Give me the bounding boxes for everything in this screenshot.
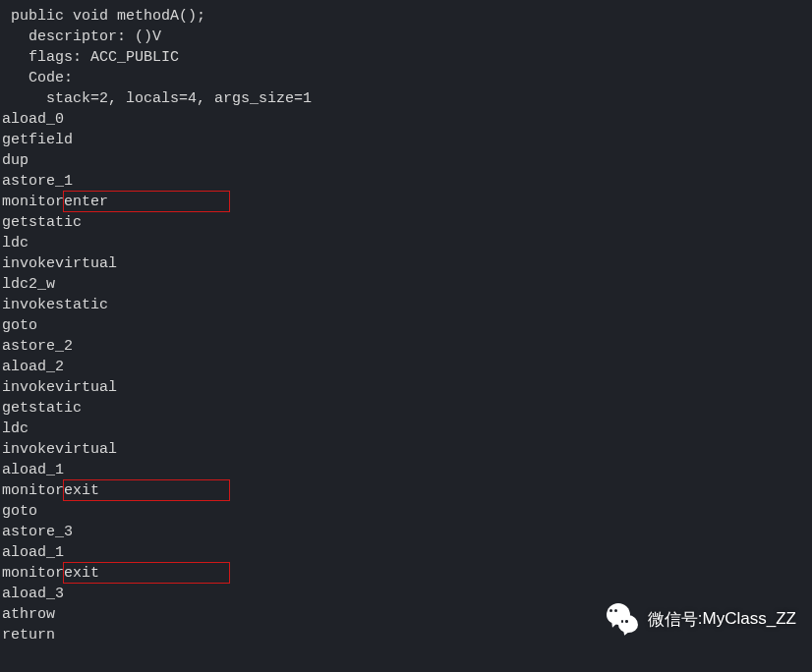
code-label: Code: bbox=[2, 68, 812, 88]
bytecode-line: invokestatic bbox=[2, 295, 812, 315]
bytecode-line: invokevirtual bbox=[2, 439, 812, 460]
bytecode-line: ldc2_w bbox=[2, 274, 812, 295]
bytecode-line: aload_1 bbox=[2, 460, 812, 480]
bytecode-listing: public void methodA(); descriptor: ()V f… bbox=[2, 6, 812, 645]
bytecode-line: dup bbox=[2, 150, 812, 171]
watermark: 微信号: MyClass_ZZ bbox=[605, 601, 796, 637]
bytecode-line: ldc bbox=[2, 419, 812, 439]
bytecode-line: aload_1 bbox=[2, 542, 812, 563]
bytecode-line: ldc bbox=[2, 233, 812, 253]
bytecode-line: aload_0 bbox=[2, 109, 812, 130]
bytecode-line: monitorexit bbox=[2, 480, 812, 501]
wechat-icon bbox=[605, 601, 640, 637]
bytecode-line: goto bbox=[2, 315, 812, 336]
bytecode-line: getfield bbox=[2, 130, 812, 150]
bytecode-line: goto bbox=[2, 501, 812, 522]
descriptor-line: descriptor: ()V bbox=[2, 27, 812, 47]
bytecode-line: monitorenter bbox=[2, 192, 812, 212]
bytecode-line: invokevirtual bbox=[2, 377, 812, 398]
bytecode-line: astore_3 bbox=[2, 522, 812, 542]
bytecode-line: astore_1 bbox=[2, 171, 812, 192]
bytecode-line: astore_2 bbox=[2, 336, 812, 357]
bytecode-line: getstatic bbox=[2, 398, 812, 419]
method-signature: public void methodA(); bbox=[2, 6, 812, 27]
bytecode-line: monitorexit bbox=[2, 563, 812, 584]
watermark-value: MyClass_ZZ bbox=[703, 609, 796, 629]
stack-line: stack=2, locals=4, args_size=1 bbox=[2, 88, 812, 109]
bytecode-line: invokevirtual bbox=[2, 253, 812, 274]
flags-line: flags: ACC_PUBLIC bbox=[2, 47, 812, 68]
bytecode-line: getstatic bbox=[2, 212, 812, 233]
watermark-label: 微信号 bbox=[648, 608, 698, 631]
bytecode-line: aload_2 bbox=[2, 357, 812, 377]
